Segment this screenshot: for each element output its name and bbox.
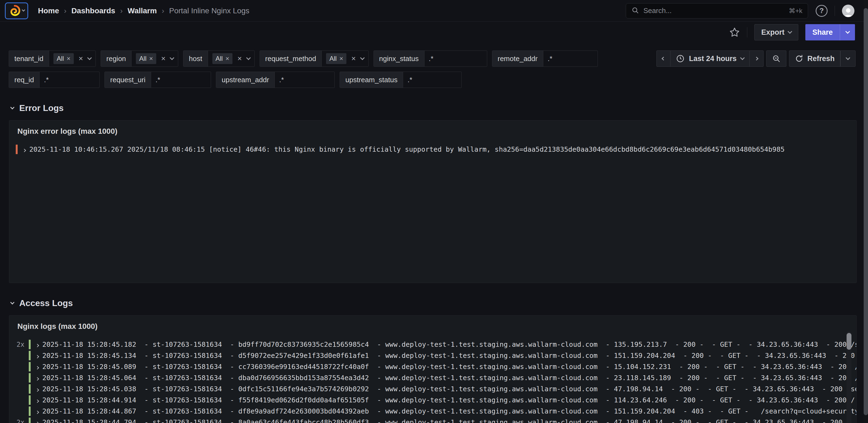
log-level-bar-info [29, 362, 31, 371]
log-text: 2025-11-18 15:28:44.867 - st-107263-1581… [42, 407, 856, 415]
refresh-group: Refresh [789, 51, 856, 67]
time-shift-forward-button[interactable] [749, 51, 764, 67]
chevron-down-icon[interactable] [246, 56, 251, 60]
clock-icon [676, 54, 685, 63]
log-level-bar-error [16, 145, 18, 154]
section-error-logs[interactable]: Error Logs [0, 88, 868, 118]
log-row[interactable]: 2025-11-18 15:28:45.089 - st-107263-1581… [9, 361, 856, 372]
filter-upstream-addr: upstream_addr .* [216, 72, 335, 88]
share-button[interactable]: Share [805, 24, 840, 40]
toolbar-divider [747, 27, 747, 37]
filter-value-dropdown[interactable]: All × × [208, 51, 254, 66]
filter-label: request_method [260, 51, 322, 66]
panel-title[interactable]: Nginx logs (max 1000) [9, 315, 856, 333]
chevron-down-icon [845, 29, 850, 34]
filter-text-input[interactable]: .* [403, 72, 461, 88]
filter-chip[interactable]: All × [212, 53, 233, 64]
log-level-bar-info [29, 373, 31, 383]
breadcrumb-separator: › [64, 6, 66, 15]
log-row[interactable]: 2x 2025-11-18 15:28:45.182 - st-107263-1… [9, 339, 856, 350]
filter-host: host All × × [183, 51, 254, 67]
zoom-out-time-button[interactable] [766, 51, 786, 67]
filter-text-input[interactable]: .* [543, 51, 597, 66]
chip-remove-icon[interactable]: × [225, 55, 229, 62]
chip-remove-icon[interactable]: × [149, 55, 153, 62]
log-row[interactable]: 2025-11-18 10:46:15.267 2025/11/18 08:46… [13, 144, 856, 155]
time-range-picker-button[interactable]: Last 24 hours [671, 51, 750, 67]
log-row[interactable]: 2025-11-18 15:28:45.038 - st-107263-1581… [9, 383, 856, 394]
filter-chip[interactable]: All × [326, 53, 346, 64]
top-nav: Home › Dashboards › Wallarm › Portal Inl… [0, 0, 868, 22]
filter-text-value: .* [548, 55, 552, 63]
topnav-divider [835, 6, 835, 16]
log-text: 2025-11-18 15:28:45.182 - st-107263-1581… [42, 340, 856, 349]
refresh-button-label: Refresh [807, 55, 835, 63]
breadcrumb-item-home[interactable]: Home [38, 6, 59, 15]
log-row[interactable]: 2025-11-18 15:28:44.867 - st-107263-1581… [9, 405, 856, 417]
breadcrumb-item-wallarm[interactable]: Wallarm [127, 6, 157, 15]
filter-value-dropdown[interactable]: All × × [131, 51, 178, 66]
chevron-down-icon[interactable] [87, 56, 92, 60]
log-level-bar-info [29, 395, 31, 405]
panel-title[interactable]: Nginx error logs (max 1000) [9, 120, 856, 139]
breadcrumb-item-dashboards[interactable]: Dashboards [71, 6, 115, 15]
log-row[interactable]: 2025-11-18 15:28:45.064 - st-107263-1581… [9, 372, 856, 383]
chevron-down-icon [846, 56, 850, 60]
filter-chip-label: All [57, 55, 64, 62]
filter-nginx-status: nginx_status .* [373, 51, 487, 67]
log-row[interactable]: 2025-11-18 15:28:44.914 - st-107263-1581… [9, 394, 856, 405]
filter-text-input[interactable]: .* [275, 72, 335, 88]
chip-remove-icon[interactable]: × [339, 55, 343, 62]
chip-remove-icon[interactable]: × [67, 55, 70, 62]
question-icon: ? [819, 6, 824, 15]
filter-label: region [101, 51, 131, 66]
log-expand-icon[interactable] [36, 418, 38, 423]
log-row[interactable]: 2x 2025-11-18 15:28:44.794 - st-107263-1… [9, 417, 856, 423]
log-expand-icon[interactable] [36, 340, 38, 349]
log-expand-icon[interactable] [36, 385, 38, 393]
clear-icon[interactable]: × [161, 55, 165, 62]
favorite-star-button[interactable] [729, 27, 740, 38]
panel-scrollbar-track[interactable] [846, 331, 851, 423]
chevron-down-icon[interactable] [170, 56, 175, 60]
help-button[interactable]: ? [816, 5, 828, 17]
log-text: 2025-11-18 15:28:45.134 - st-107263-1581… [42, 352, 856, 360]
clear-icon[interactable]: × [237, 55, 242, 62]
filter-chip-label: All [139, 55, 147, 62]
filter-value-dropdown[interactable]: All × × [49, 51, 95, 66]
clear-icon[interactable]: × [79, 55, 83, 62]
filter-text-input[interactable]: .* [425, 51, 487, 66]
filter-chip[interactable]: All × [136, 53, 156, 64]
section-access-logs[interactable]: Access Logs [0, 283, 868, 312]
grafana-logo-menu[interactable] [5, 2, 28, 19]
filter-text-input[interactable]: .* [40, 72, 99, 88]
refresh-interval-dropdown-button[interactable] [840, 51, 856, 67]
filter-request-uri: request_uri .* [104, 72, 211, 88]
filter-chip-label: All [216, 55, 223, 62]
chevron-down-icon[interactable] [360, 56, 365, 60]
filter-chip[interactable]: All × [54, 53, 74, 64]
log-expand-icon[interactable] [36, 374, 38, 382]
log-expand-icon[interactable] [36, 352, 38, 360]
time-shift-back-button[interactable] [656, 51, 671, 67]
page-scrollbar-thumb[interactable] [864, 8, 868, 415]
clear-icon[interactable]: × [351, 55, 355, 62]
error-log-list: 2025-11-18 10:46:15.267 2025/11/18 08:46… [9, 139, 856, 155]
refresh-button[interactable]: Refresh [789, 51, 840, 67]
panel-error-logs: Nginx error logs (max 1000) 2025-11-18 1… [9, 120, 857, 283]
filter-value-dropdown[interactable]: All × × [322, 51, 368, 66]
panel-scrollbar-thumb[interactable] [846, 333, 851, 350]
dedup-count: 2x [9, 341, 29, 349]
export-button[interactable]: Export [754, 24, 798, 40]
log-expand-icon[interactable] [36, 396, 38, 404]
page-scrollbar[interactable] [864, 0, 868, 423]
log-expand-icon[interactable] [36, 407, 38, 415]
search-input[interactable]: Search... ⌘+k [626, 3, 808, 19]
share-dropdown-button[interactable] [840, 24, 855, 40]
filter-text-input[interactable]: .* [151, 72, 211, 88]
section-title: Access Logs [19, 298, 73, 308]
log-expand-icon[interactable] [36, 363, 38, 371]
log-expand-icon[interactable] [23, 145, 26, 153]
user-avatar[interactable] [842, 5, 855, 17]
log-row[interactable]: 2025-11-18 15:28:45.134 - st-107263-1581… [9, 350, 856, 361]
